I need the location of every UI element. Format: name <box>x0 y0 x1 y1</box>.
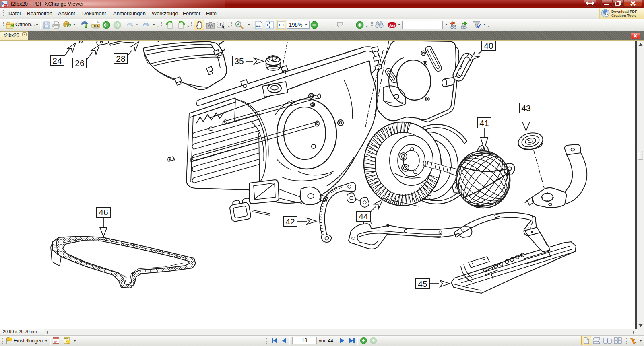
svg-text:24: 24 <box>52 56 62 65</box>
svg-text:44: 44 <box>359 212 368 221</box>
svg-text:Ask: Ask <box>389 23 396 27</box>
svg-text:T: T <box>219 21 222 27</box>
svg-text:45: 45 <box>418 279 427 288</box>
svg-text:1:1: 1:1 <box>256 24 261 27</box>
svg-text:35: 35 <box>234 56 244 66</box>
svg-text:PDF: PDF <box>4 4 8 7</box>
svg-text:OCR: OCR <box>93 24 99 28</box>
svg-text:40: 40 <box>484 41 493 50</box>
svg-text:26: 26 <box>75 58 84 68</box>
svg-text:46: 46 <box>99 208 108 217</box>
svg-text:41: 41 <box>479 118 489 128</box>
svg-text:28: 28 <box>116 54 125 63</box>
svg-text:42: 42 <box>285 217 295 226</box>
svg-text:43: 43 <box>521 103 530 113</box>
